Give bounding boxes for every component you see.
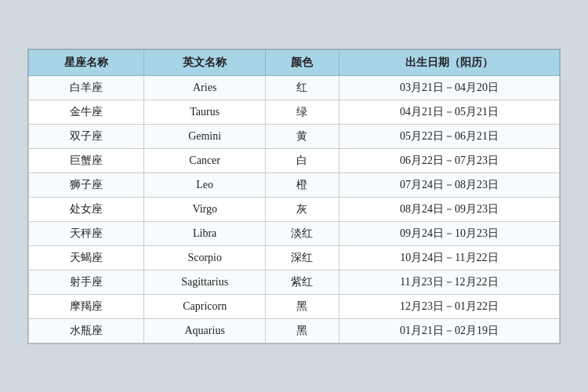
table-cell: 11月23日－12月22日 xyxy=(339,270,559,294)
table-cell: 射手座 xyxy=(29,270,144,294)
zodiac-table-container: 星座名称英文名称颜色出生日期（阳历） 白羊座Aries红03月21日－04月20… xyxy=(27,49,561,344)
table-cell: 黑 xyxy=(266,318,339,343)
table-cell: 01月21日－02月19日 xyxy=(339,318,559,343)
table-cell: 09月24日－10月23日 xyxy=(339,221,559,245)
table-cell: 04月21日－05月21日 xyxy=(339,100,559,124)
table-row: 射手座Sagittarius紫红11月23日－12月22日 xyxy=(29,270,560,294)
table-cell: 深红 xyxy=(266,245,339,270)
table-header-cell: 星座名称 xyxy=(29,49,144,75)
table-row: 摩羯座Capricorn黑12月23日－01月22日 xyxy=(29,294,560,318)
table-cell: 08月24日－09月23日 xyxy=(339,197,559,221)
table-cell: 白羊座 xyxy=(29,75,144,100)
table-cell: 紫红 xyxy=(266,270,339,294)
table-cell: Aries xyxy=(144,75,266,100)
table-cell: 06月22日－07月23日 xyxy=(339,148,559,172)
table-cell: 12月23日－01月22日 xyxy=(339,294,559,318)
table-cell: 双子座 xyxy=(29,124,144,148)
table-cell: 绿 xyxy=(266,100,339,124)
table-cell: 07月24日－08月23日 xyxy=(339,172,559,197)
table-cell: 05月22日－06月21日 xyxy=(339,124,559,148)
table-cell: Sagittarius xyxy=(144,270,266,294)
table-cell: 巨蟹座 xyxy=(29,148,144,172)
table-cell: Libra xyxy=(144,221,266,245)
table-header-row: 星座名称英文名称颜色出生日期（阳历） xyxy=(29,49,560,75)
table-body: 白羊座Aries红03月21日－04月20日金牛座Taurus绿04月21日－0… xyxy=(29,75,560,343)
table-row: 狮子座Leo橙07月24日－08月23日 xyxy=(29,172,560,197)
table-row: 天秤座Libra淡红09月24日－10月23日 xyxy=(29,221,560,245)
table-cell: 10月24日－11月22日 xyxy=(339,245,559,270)
table-cell: 金牛座 xyxy=(29,100,144,124)
table-cell: 白 xyxy=(266,148,339,172)
table-cell: Scorpio xyxy=(144,245,266,270)
table-row: 天蝎座Scorpio深红10月24日－11月22日 xyxy=(29,245,560,270)
table-cell: Taurus xyxy=(144,100,266,124)
table-cell: 黄 xyxy=(266,124,339,148)
table-row: 巨蟹座Cancer白06月22日－07月23日 xyxy=(29,148,560,172)
table-cell: 03月21日－04月20日 xyxy=(339,75,559,100)
table-cell: Leo xyxy=(144,172,266,197)
table-row: 处女座Virgo灰08月24日－09月23日 xyxy=(29,197,560,221)
table-header-cell: 英文名称 xyxy=(144,49,266,75)
table-cell: 灰 xyxy=(266,197,339,221)
table-cell: 摩羯座 xyxy=(29,294,144,318)
table-header-cell: 颜色 xyxy=(266,49,339,75)
table-cell: Gemini xyxy=(144,124,266,148)
zodiac-table: 星座名称英文名称颜色出生日期（阳历） 白羊座Aries红03月21日－04月20… xyxy=(28,49,560,343)
table-cell: 淡红 xyxy=(266,221,339,245)
table-cell: 橙 xyxy=(266,172,339,197)
table-row: 水瓶座Aquarius黑01月21日－02月19日 xyxy=(29,318,560,343)
table-cell: Cancer xyxy=(144,148,266,172)
table-cell: Capricorn xyxy=(144,294,266,318)
table-cell: 水瓶座 xyxy=(29,318,144,343)
table-cell: Aquarius xyxy=(144,318,266,343)
table-header-cell: 出生日期（阳历） xyxy=(339,49,559,75)
table-cell: Virgo xyxy=(144,197,266,221)
table-row: 白羊座Aries红03月21日－04月20日 xyxy=(29,75,560,100)
table-cell: 天秤座 xyxy=(29,221,144,245)
table-cell: 黑 xyxy=(266,294,339,318)
table-row: 双子座Gemini黄05月22日－06月21日 xyxy=(29,124,560,148)
table-cell: 红 xyxy=(266,75,339,100)
table-row: 金牛座Taurus绿04月21日－05月21日 xyxy=(29,100,560,124)
table-cell: 处女座 xyxy=(29,197,144,221)
table-cell: 狮子座 xyxy=(29,172,144,197)
table-cell: 天蝎座 xyxy=(29,245,144,270)
